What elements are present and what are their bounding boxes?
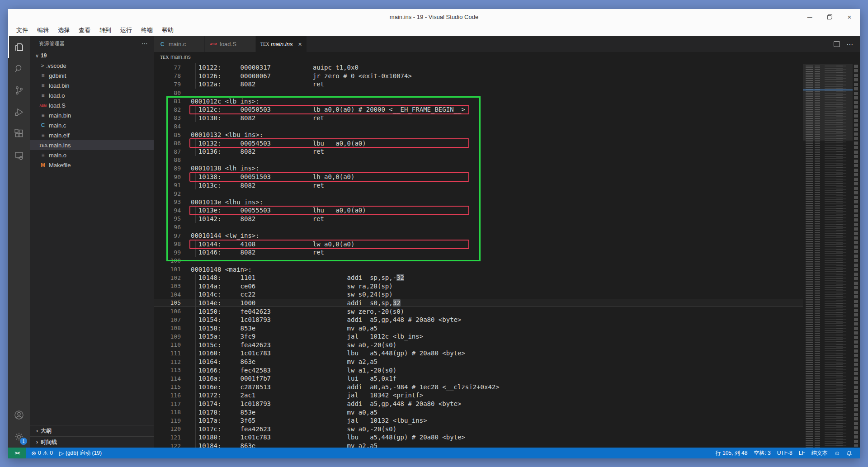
tab-close-icon[interactable]: × <box>298 41 302 48</box>
menu-view[interactable]: 查看 <box>74 25 95 36</box>
line-text: 10144: 4108 lw a0,0(a0) <box>181 241 354 248</box>
split-editor-icon[interactable] <box>834 41 840 47</box>
line-text: 10130: 8082 ret <box>181 114 324 122</box>
line-number: 116 <box>154 392 181 399</box>
tree-item-makefile[interactable]: M Makefile <box>30 160 154 170</box>
sidebar-bottom-panels: › 大纲 › 时间线 <box>30 425 154 448</box>
line-text: 10136: 8082 ret <box>181 148 324 155</box>
account-button[interactable] <box>8 404 30 426</box>
line-text: 1015c: fea42623 sw a0,-20(s0) <box>181 341 396 349</box>
tree-item-vscode[interactable]: > .vscode <box>30 61 154 71</box>
line-text: 1014c: cc22 sw s0,24(sp) <box>181 291 393 298</box>
menu-help[interactable]: 帮助 <box>157 25 178 36</box>
code-line: 96 <box>154 223 803 231</box>
workbench: 1 资源管理器 ⋯ ∨ 19 > .vscode ≡ gdbinit <box>8 36 860 448</box>
line-number: 89 <box>154 165 181 172</box>
status-bar: >< ⊗ 0 ⚠ 0 ▷ (gdb) 启动 (19) 行 105, 列 48 空… <box>8 448 860 458</box>
activity-explorer[interactable] <box>8 36 30 58</box>
code-line: 106 10150: fe042623 sw zero,-20(s0) <box>154 307 803 316</box>
code-line: 93 0001013e <lhu_ins>: <box>154 198 803 207</box>
tree-item-load-o[interactable]: ≡ load.o <box>30 90 154 100</box>
titlebar: main.ins - 19 - Visual Studio Code ─ × <box>8 9 860 24</box>
file-icon: ≡ <box>39 72 47 79</box>
breadcrumb[interactable]: TEX main.ins <box>154 52 860 62</box>
menu-file[interactable]: 文件 <box>12 25 33 36</box>
debug-status[interactable]: ▷ (gdb) 启动 (19) <box>56 448 105 458</box>
timeline-panel-header[interactable]: › 时间线 <box>30 436 154 448</box>
line-number: 112 <box>154 359 181 365</box>
explorer-sidebar: 资源管理器 ⋯ ∨ 19 > .vscode ≡ gdbinit ≡ <box>30 36 154 448</box>
activity-run-debug[interactable] <box>8 101 30 123</box>
tree-item-main-o[interactable]: ≡ main.o <box>30 150 154 160</box>
more-actions-icon[interactable]: ⋯ <box>846 40 854 48</box>
code-line: 89 00010138 <lh_ins>: <box>154 164 803 173</box>
restore-button[interactable] <box>823 11 836 23</box>
code-line: 98 10144: 4108 lw a0,0(a0) <box>154 240 803 248</box>
tree-item-main-ins[interactable]: TEX main.ins <box>30 140 154 150</box>
problems-indicator[interactable]: ⊗ 0 ⚠ 0 <box>28 448 56 458</box>
activity-search[interactable] <box>8 58 30 80</box>
line-text: 0001012c <lb_ins>: <box>181 98 259 105</box>
menu-selection[interactable]: 选择 <box>53 25 74 36</box>
code-line: 81 0001012c <lb_ins>: <box>154 97 803 105</box>
line-number: 100 <box>154 257 181 264</box>
line-number: 80 <box>154 90 181 96</box>
minimize-button[interactable]: ─ <box>803 11 816 23</box>
file-icon: ≡ <box>39 152 47 158</box>
line-number: 78 <box>154 72 181 79</box>
code-line: 90 10138: 00051503 lh a0,0(a0) <box>154 173 803 181</box>
cursor-position[interactable]: 行 105, 列 48 <box>712 448 751 458</box>
tree-item-main-bin[interactable]: ≡ main.bin <box>30 110 154 120</box>
window-title: main.ins - 19 - Visual Studio Code <box>8 14 860 20</box>
settings-button[interactable]: 1 <box>8 426 30 448</box>
search-icon <box>14 63 24 74</box>
tree-root-19[interactable]: ∨ 19 <box>30 51 154 61</box>
menu-run[interactable]: 运行 <box>116 25 137 36</box>
chevron-right-icon: › <box>33 439 41 445</box>
account-icon <box>14 410 24 420</box>
code-editor[interactable]: 77 10122: 00000317 auipc t1,0x0 78 10126… <box>154 62 860 448</box>
indentation-setting[interactable]: 空格: 3 <box>750 448 774 458</box>
code-line: 101 00010148 <main>: <box>154 265 803 274</box>
line-number: 97 <box>154 232 181 239</box>
remote-indicator[interactable]: >< <box>8 448 26 458</box>
line-text: 10126: 00000067 jr zero # 0 <exit-0x1007… <box>181 72 412 80</box>
line-number: 85 <box>154 132 181 138</box>
minimap-slider[interactable] <box>803 64 853 141</box>
outline-panel-header[interactable]: › 大纲 <box>30 425 154 436</box>
explorer-more-button[interactable]: ⋯ <box>142 40 148 47</box>
language-mode[interactable]: 纯文本 <box>808 448 831 458</box>
code-line: 118 10178: 853e mv a0,a5 <box>154 408 803 416</box>
overview-ruler[interactable] <box>853 62 860 448</box>
line-number: 103 <box>154 283 181 289</box>
line-text: 1016a: 0001f7b7 lui a5,0x1f <box>181 375 396 382</box>
menu-edit[interactable]: 编辑 <box>33 25 53 36</box>
minimap[interactable] <box>803 62 853 448</box>
code-line: 82 1012c: 00050503 lb a0,0(a0) # 20000 <… <box>154 105 803 114</box>
activity-remote-explorer[interactable] <box>8 145 30 166</box>
close-button[interactable]: × <box>843 11 856 23</box>
tree-item-load-s[interactable]: ASM load.S <box>30 100 154 110</box>
feedback-button[interactable]: ☺ <box>831 448 843 458</box>
tab-bar: C main.c ASM load.S TEX main.ins × ⋯ <box>154 36 860 52</box>
line-number: 120 <box>154 425 181 432</box>
tree-item-main-c[interactable]: C main.c <box>30 120 154 130</box>
line-number: 99 <box>154 249 181 256</box>
makefile-icon: M <box>39 162 47 168</box>
encoding-setting[interactable]: UTF-8 <box>774 448 796 458</box>
activity-source-control[interactable] <box>8 80 30 101</box>
tree-item-gdbinit[interactable]: ≡ gdbinit <box>30 71 154 80</box>
tab-main-ins[interactable]: TEX main.ins × <box>256 36 307 52</box>
notifications-button[interactable] <box>843 448 855 458</box>
eol-setting[interactable]: LF <box>796 448 808 458</box>
activity-extensions[interactable] <box>8 123 30 145</box>
code-line: 103 1014a: ce06 sw ra,28(sp) <box>154 282 803 290</box>
tree-item-load-bin[interactable]: ≡ load.bin <box>30 80 154 90</box>
menu-goto[interactable]: 转到 <box>95 25 116 36</box>
menu-terminal[interactable]: 终端 <box>137 25 157 36</box>
line-text: 00010148 <main>: <box>181 266 252 273</box>
code-line: 111 10160: 1c01c783 lbu a5,448(gp) # 20a… <box>154 349 803 358</box>
tab-main-c[interactable]: C main.c <box>154 36 204 52</box>
tree-item-main-elf[interactable]: ≡ main.elf <box>30 130 154 140</box>
tab-load-s[interactable]: ASM load.S <box>205 36 255 52</box>
